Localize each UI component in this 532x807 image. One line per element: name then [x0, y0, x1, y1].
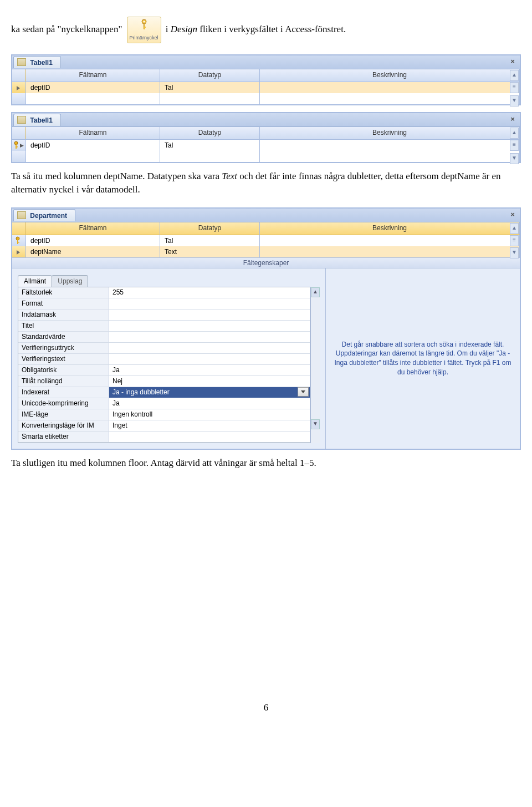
close-icon[interactable]: ×: [509, 211, 516, 219]
cell-fieldname[interactable]: [26, 93, 160, 104]
cell-description[interactable]: [260, 82, 520, 93]
row-selector[interactable]: [12, 235, 26, 246]
property-value[interactable]: [109, 298, 310, 309]
property-value[interactable]: [109, 321, 310, 331]
details-icon[interactable]: ≡: [510, 140, 519, 151]
svg-rect-3: [144, 27, 146, 28]
header-datatype[interactable]: Datatyp: [160, 69, 260, 82]
cell-description[interactable]: [260, 246, 520, 257]
row-selector[interactable]: [12, 246, 26, 257]
cell-description[interactable]: [260, 93, 520, 104]
field-properties-body: Allmänt Uppslag Fältstorlek255FormatInda…: [12, 268, 520, 449]
header-description[interactable]: Beskrivning: [260, 127, 520, 139]
cell-fieldname[interactable]: deptID: [26, 140, 160, 151]
dropdown-icon[interactable]: [298, 387, 309, 397]
property-value[interactable]: [109, 354, 310, 364]
property-row[interactable]: Konverteringsläge för IMInget: [18, 420, 310, 432]
primary-key-button[interactable]: Primärnyckel: [127, 17, 161, 43]
cell-description[interactable]: [260, 151, 520, 162]
property-value[interactable]: [109, 309, 310, 320]
tab-bar: Tabell1 ×: [12, 55, 520, 69]
property-row[interactable]: Indatamask: [18, 309, 310, 321]
cell-fieldname[interactable]: [26, 151, 160, 162]
header-fieldname[interactable]: Fältnamn: [26, 127, 160, 139]
details-icon[interactable]: ≡: [510, 235, 519, 246]
properties-scrollbar[interactable]: ▲ ▼: [310, 287, 320, 443]
cell-description[interactable]: [260, 140, 520, 151]
row-selector[interactable]: [12, 93, 26, 104]
primary-key-icon: [16, 237, 22, 245]
header-description[interactable]: Beskrivning: [260, 222, 520, 235]
property-row[interactable]: Tillåt nollängdNej: [18, 376, 310, 387]
property-label: Standardvärde: [18, 332, 109, 342]
table-row[interactable]: deptName Text: [12, 246, 520, 257]
cell-fieldname[interactable]: deptID: [26, 235, 160, 246]
scroll-up-icon[interactable]: ▲: [510, 128, 519, 139]
property-row[interactable]: ObligatoriskJa: [18, 365, 310, 376]
header-fieldname[interactable]: Fältnamn: [26, 222, 160, 235]
property-value[interactable]: Ingen kontroll: [109, 409, 310, 420]
scroll-down-icon[interactable]: ▼: [510, 153, 519, 164]
row-selector[interactable]: ▶: [12, 140, 26, 151]
table-tab[interactable]: Tabell1: [13, 56, 61, 68]
cell-fieldname[interactable]: deptName: [26, 246, 160, 257]
paragraph-3: Ta slutligen itu med kolumnen floor. Ant…: [11, 456, 521, 470]
property-row[interactable]: Verifieringsuttryck: [18, 343, 310, 354]
scroll-down-icon[interactable]: ▼: [510, 247, 519, 258]
cell-fieldname[interactable]: deptID: [26, 82, 160, 93]
property-label: Titel: [18, 321, 109, 331]
table-row[interactable]: [12, 151, 520, 162]
header-description[interactable]: Beskrivning: [260, 69, 520, 82]
tab-general[interactable]: Allmänt: [18, 275, 52, 287]
cell-datatype[interactable]: Tal: [160, 140, 260, 151]
table-row[interactable]: deptID Tal: [12, 235, 520, 246]
header-datatype[interactable]: Datatyp: [160, 127, 260, 139]
scroll-down-icon[interactable]: ▼: [311, 419, 320, 429]
header-datatype[interactable]: Datatyp: [160, 222, 260, 235]
row-selector[interactable]: [12, 151, 26, 162]
properties-table: Fältstorlek255FormatIndatamaskTitelStand…: [18, 287, 310, 443]
property-row[interactable]: Standardvärde: [18, 332, 310, 343]
cell-datatype[interactable]: [160, 151, 260, 162]
cell-description[interactable]: [260, 235, 520, 246]
property-value[interactable]: 255: [109, 287, 310, 298]
scroll-down-icon[interactable]: ▼: [510, 95, 519, 106]
scroll-up-icon[interactable]: ▲: [510, 223, 519, 234]
header-fieldname[interactable]: Fältnamn: [26, 69, 160, 82]
property-value[interactable]: [109, 343, 310, 353]
property-label: Obligatorisk: [18, 365, 109, 375]
table-icon: [17, 58, 26, 66]
scroll-up-icon[interactable]: ▲: [510, 70, 519, 81]
cell-datatype[interactable]: [160, 93, 260, 104]
row-selector[interactable]: [12, 82, 26, 93]
property-row[interactable]: Format: [18, 298, 310, 309]
property-value[interactable]: Inget: [109, 420, 310, 431]
cell-datatype[interactable]: Tal: [160, 235, 260, 246]
scroll-up-icon[interactable]: ▲: [311, 287, 320, 297]
table-row[interactable]: [12, 93, 520, 104]
property-row[interactable]: Verifieringstext: [18, 354, 310, 365]
property-row[interactable]: Titel: [18, 321, 310, 332]
cell-datatype[interactable]: Tal: [160, 82, 260, 93]
close-icon[interactable]: ×: [509, 58, 516, 65]
property-row[interactable]: IME-lägeIngen kontroll: [18, 409, 310, 420]
details-icon[interactable]: ≡: [510, 82, 519, 93]
table-row[interactable]: deptID Tal: [12, 82, 520, 93]
property-value[interactable]: [109, 332, 310, 342]
table-tab[interactable]: Department: [13, 209, 75, 221]
property-value[interactable]: Ja: [109, 398, 310, 409]
text-italic: Design: [171, 24, 197, 34]
property-row[interactable]: Fältstorlek255: [18, 287, 310, 298]
tab-lookup[interactable]: Uppslag: [52, 275, 88, 287]
property-value[interactable]: Ja: [109, 365, 310, 375]
table-tab[interactable]: Tabell1: [13, 114, 61, 126]
property-row[interactable]: Smarta etiketter: [18, 432, 310, 443]
property-row[interactable]: Unicode-komprimeringJa: [18, 398, 310, 409]
property-value[interactable]: [109, 432, 310, 442]
cell-datatype[interactable]: Text: [160, 246, 260, 257]
property-value[interactable]: Ja - inga dubbletter: [109, 387, 310, 398]
close-icon[interactable]: ×: [509, 115, 516, 123]
property-row[interactable]: IndexeratJa - inga dubbletter: [18, 387, 310, 398]
property-value[interactable]: Nej: [109, 376, 310, 387]
table-row[interactable]: ▶ deptID Tal: [12, 140, 520, 151]
